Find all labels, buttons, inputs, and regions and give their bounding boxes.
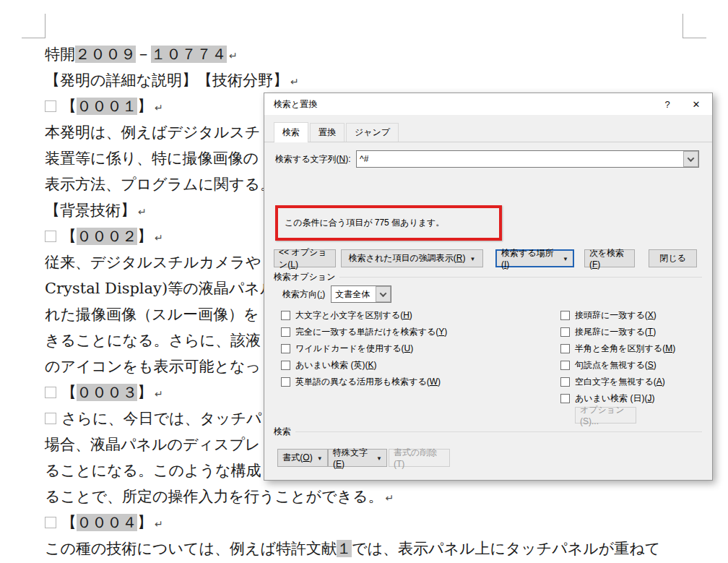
text-run: ることで、所定の操作入力を行うことができる。 [45,488,383,505]
checkbox[interactable] [560,327,570,337]
paragraph-mark-icon: ↵ [385,492,394,504]
text-run: 】 [137,98,152,115]
paragraph-mark-icon: ↵ [155,232,163,244]
checkbox-label: 空白文字を無視する(A) [575,376,665,388]
result-annotation-box: この条件に合う項目が 775 個あります。 [275,205,502,241]
checkbox-label: 大文字と小文字を区別する(H) [295,309,412,322]
tabstrip: 検索 置換 ジャンプ [264,115,712,142]
highlighted-text: ０００３ [77,384,137,401]
text-run: 表示方法、プログラムに関する。 [45,176,275,193]
search-direction-value: 文書全体 [332,286,376,302]
checkbox[interactable] [560,344,570,353]
text-run: 【 [61,98,77,115]
checkbox[interactable] [560,377,570,387]
checkbox-option[interactable]: 英単語の異なる活用形も検索する(W) [281,374,447,390]
checkbox-option[interactable]: あいまい検索 (英)(K) [281,357,447,374]
dropdown-arrow-icon: ▼ [563,256,568,262]
search-dropdown-button[interactable] [683,151,698,167]
paragraph-mark-icon: ↵ [290,76,299,87]
checkbox-label: 完全に一致する単語だけを検索する(Y) [295,326,447,338]
remove-formatting-button[interactable]: 書式の削除(T) [389,449,450,467]
highlighted-text: １ [337,540,352,557]
format-button[interactable]: 書式(O) ▼ [277,449,328,467]
checkbox-option[interactable]: 完全に一致する単語だけを検索する(Y) [281,324,447,340]
checkbox[interactable] [281,361,290,370]
highlighted-text: ０００２ [77,228,137,245]
document-line: ることで、所定の操作入力を行うことができる。↵ [45,484,695,510]
document-line: 特開２００９－１０７７４↵ [45,41,695,67]
checkbox[interactable] [281,311,290,320]
paragraph-mark-icon: ↵ [155,102,163,113]
checkbox-option[interactable]: 句読点を無視する(S) [560,357,675,374]
checkbox[interactable] [560,361,570,370]
options-toggle-button[interactable]: << オプション(L) [274,249,336,267]
special-character-button[interactable]: 特殊文字(E) ▼ [328,449,387,467]
fullwidth-space-mark [45,387,56,398]
checkbox[interactable] [560,394,570,403]
chevron-down-icon [380,290,387,297]
dropdown-arrow-icon: ▼ [469,256,475,262]
checkbox-option[interactable]: 接頭辞に一致する(X) [560,307,675,324]
reading-highlight-button[interactable]: 検索された項目の強調表示(R) ▼ [341,249,483,267]
text-run: では、表示パネル上にタッチパネルが重ねて [352,540,660,557]
paragraph-mark-icon: ↵ [155,388,163,400]
checkbox-label: 英単語の異なる活用形も検索する(W) [295,376,441,388]
direction-dropdown-button[interactable] [376,286,391,302]
checkbox-option[interactable]: 空白文字を無視する(A) [560,374,675,390]
checkbox-option[interactable]: 半角と全角を区別する(M) [560,340,675,357]
find-group-label: 検索 [274,426,291,438]
text-run: きることになる。さらに、該液 [45,332,261,349]
highlighted-text: ２００９ [75,46,136,63]
text-run: のアイコンをも表示可能となっ [45,358,261,375]
checkbox[interactable] [560,311,570,320]
search-input[interactable]: ^# [356,150,699,168]
tab-find[interactable]: 検索 [274,122,308,142]
document-line: この種の技術については、例えば特許文献１では、表示パネル上にタッチパネルが重ねて [45,536,695,562]
fullwidth-space-mark [45,517,56,528]
search-direction-select[interactable]: 文書全体 [331,285,391,303]
page-corner-mark [682,14,706,38]
paragraph-mark-icon: ↵ [138,206,147,218]
text-run: 】 [137,514,152,531]
text-run: Crystal Display)等の液晶パネル [45,280,275,297]
help-icon[interactable]: ? [653,94,682,114]
checkbox[interactable] [281,327,290,337]
page-corner-mark [22,14,46,38]
text-run: 本発明は、例えばデジタルスチ [45,124,260,141]
text-run: 【 [61,228,77,245]
close-icon[interactable]: ✕ [682,94,711,114]
search-field-label: 検索する文字列(N): [275,153,356,166]
find-replace-dialog: 検索と置換 ? ✕ 検索 置換 ジャンプ 検索する文字列(N): ^# この条件… [264,93,713,481]
checkbox-label: あいまい検索 (英)(K) [295,359,376,371]
text-run: この種の技術については、例えば特許文献 [45,540,337,557]
text-run: 場合、液晶パネルのディスプレ [45,436,260,453]
checkbox-option[interactable]: 大文字と小文字を区別する(H) [281,307,447,324]
checkbox-label: 句読点を無視する(S) [575,359,656,371]
checkbox-option[interactable]: ワイルドカードを使用する(U) [281,340,447,357]
text-run: 【発明の詳細な説明】【技術分野】 [45,72,288,89]
tab-replace[interactable]: 置換 [310,123,344,142]
fuzzy-options-button[interactable]: オプション(S)... [575,407,636,424]
find-in-button[interactable]: 検索する場所(I) ▼ [495,249,574,267]
text-run: 】 [137,228,152,245]
checkbox-label: 半角と全角を区別する(M) [575,343,675,355]
dialog-titlebar[interactable]: 検索と置換 ? ✕ [264,93,712,115]
text-run: 【 [61,514,77,531]
checkbox[interactable] [281,344,290,353]
checkbox-option[interactable]: 接尾辞に一致する(T) [560,324,675,340]
paragraph-mark-icon: ↵ [155,518,163,530]
chevron-down-icon [688,155,695,162]
fullwidth-space-mark [45,413,56,424]
text-run: 【 [61,384,77,401]
search-options-group-label: 検索オプション [274,271,335,283]
find-next-button[interactable]: 次を検索(F) [584,249,635,267]
close-button[interactable]: 閉じる [649,249,697,267]
text-run: さらに、今日では、タッチパ [61,410,261,427]
search-direction-label: 検索方向(:) [282,288,325,301]
checkbox-label: 接頭辞に一致する(X) [575,309,656,322]
document-line: 【発明の詳細な説明】【技術分野】↵ [45,67,695,93]
checkbox-label: 接尾辞に一致する(T) [575,326,656,338]
tab-goto[interactable]: ジャンプ [346,123,399,142]
checkbox[interactable] [281,377,290,387]
checkbox-column-right: 接頭辞に一致する(X)接尾辞に一致する(T)半角と全角を区別する(M)句読点を無… [560,307,675,407]
